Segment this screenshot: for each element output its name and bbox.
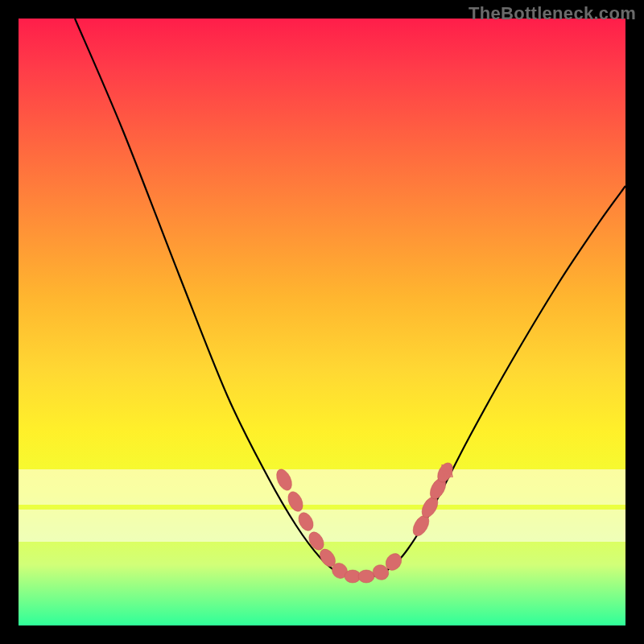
curve-markers: [274, 460, 456, 583]
curve-marker: [274, 467, 295, 493]
curve-marker: [358, 570, 374, 583]
bottleneck-curve: [75, 19, 625, 577]
curve-marker: [285, 489, 305, 514]
watermark-text: TheBottleneck.com: [469, 3, 636, 24]
chart-plot-area: [19, 19, 625, 625]
curve-layer: [19, 19, 625, 625]
